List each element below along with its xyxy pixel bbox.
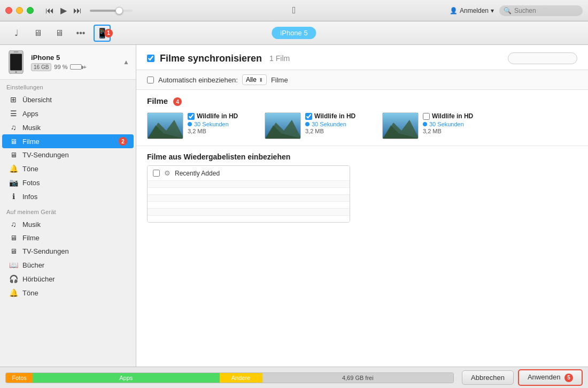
maximize-button[interactable] bbox=[27, 7, 34, 14]
movie-checkbox-1[interactable] bbox=[188, 113, 195, 120]
auf-meinem-section: Auf meinem Gerät ♫ Musik 🖥 Filme 🖥 TV-Se… bbox=[0, 204, 136, 301]
minimize-button[interactable] bbox=[16, 7, 23, 14]
gear-icon: ⚙ bbox=[164, 169, 171, 177]
play-button[interactable]: ▶ bbox=[59, 4, 68, 17]
playback-controls: ⏮ ▶ ⏭ bbox=[44, 4, 133, 17]
badge-1: 1 bbox=[104, 29, 113, 37]
playlist-item-empty-4 bbox=[148, 202, 350, 209]
movie-cb-3: Wildlife in HD bbox=[423, 112, 489, 120]
apple-logo:  bbox=[292, 5, 296, 16]
movie-thumbnail-inner-2 bbox=[265, 113, 300, 139]
movie-thumbnail-inner-1 bbox=[148, 113, 183, 139]
device-general-icon-btn[interactable]: 🖥 bbox=[51, 25, 68, 42]
toene-label: Töne bbox=[22, 165, 38, 173]
storage-free: 4,69 GB frei bbox=[262, 373, 454, 383]
content-search-box[interactable] bbox=[508, 52, 577, 64]
sidebar-item-tv-device[interactable]: 🖥 TV-Sendungen bbox=[2, 245, 134, 258]
apply-badge: 5 bbox=[564, 374, 573, 382]
volume-slider[interactable] bbox=[90, 10, 133, 12]
storage-fotos: Fotos bbox=[6, 373, 33, 383]
apply-label: Anwenden bbox=[528, 373, 560, 381]
account-button[interactable]: 👤 Anmelden ▾ bbox=[450, 7, 494, 14]
iphone-icon-btn[interactable]: 📱 1 bbox=[94, 25, 111, 42]
auto-select-value: Alle bbox=[246, 76, 257, 83]
hoerbuecher-device-label: Hörbücher bbox=[22, 275, 55, 283]
buecher-device-label: Bücher bbox=[22, 261, 44, 269]
fast-forward-button[interactable]: ⏭ bbox=[72, 5, 83, 17]
search-icon: 🔍 bbox=[504, 7, 512, 14]
rewind-button[interactable]: ⏮ bbox=[44, 5, 55, 17]
sidebar-item-tvsendungen[interactable]: 🖥 TV-Sendungen bbox=[2, 148, 134, 162]
sidebar-item-apps[interactable]: ☰ Apps bbox=[2, 106, 134, 120]
infos-icon: ℹ bbox=[9, 192, 18, 201]
movie-duration-2: 30 Sekunden bbox=[305, 121, 372, 127]
playlist-item-empty-2 bbox=[148, 188, 350, 195]
content-search-input[interactable] bbox=[513, 55, 572, 62]
movie-thumbnail-1 bbox=[147, 112, 183, 139]
search-input[interactable] bbox=[514, 7, 578, 14]
playlist-box: ⚙ Recently Added bbox=[147, 165, 350, 223]
tv-device-icon: 🖥 bbox=[9, 247, 18, 255]
apply-button[interactable]: Anwenden 5 bbox=[518, 369, 583, 386]
tv-device-label: TV-Sendungen bbox=[22, 247, 69, 255]
sync-checkbox[interactable] bbox=[147, 55, 154, 62]
sidebar-item-toene[interactable]: 🔔 Töne bbox=[2, 162, 134, 176]
playlist-section: Filme aus Wiedergabelisten einbeziehen ⚙… bbox=[136, 146, 588, 229]
sidebar-item-musik-device[interactable]: ♫ Musik bbox=[2, 217, 134, 231]
volume-thumb bbox=[115, 7, 123, 14]
battery-bar bbox=[70, 64, 82, 70]
sidebar-item-filme-device[interactable]: 🖥 Filme bbox=[2, 231, 134, 245]
sidebar-item-fotos[interactable]: 📷 Fotos bbox=[2, 176, 134, 189]
content-count: 1 Film bbox=[269, 54, 290, 63]
tv-icon-btn[interactable]: 🖥 bbox=[29, 25, 47, 42]
movie-checkbox-3[interactable] bbox=[423, 113, 430, 120]
movie-checkbox-2[interactable] bbox=[305, 113, 312, 120]
music-icon-btn[interactable]: ♩ bbox=[8, 25, 25, 42]
movie-item-3: Wildlife in HD 30 Sekunden 3,2 MB bbox=[382, 112, 489, 139]
filme-label: Filme bbox=[22, 138, 40, 146]
sidebar-item-toene-device[interactable]: 🔔 Töne bbox=[2, 286, 134, 300]
title-right-area: 👤 Anmelden ▾ 🔍 bbox=[450, 5, 583, 16]
storage-bar: Fotos Apps Andere 4,69 GB frei bbox=[5, 372, 454, 383]
apps-icon: ☰ bbox=[9, 109, 18, 118]
device-tab[interactable]: iPhone 5 bbox=[272, 27, 316, 39]
einstellungen-label: Einstellungen bbox=[0, 84, 136, 93]
auto-select-dropdown[interactable]: Alle ⬍ bbox=[242, 74, 267, 85]
movie-thumbnail-inner-3 bbox=[383, 113, 418, 139]
apps-label: Apps bbox=[22, 110, 38, 118]
close-button[interactable] bbox=[5, 7, 12, 14]
movies-section-title: Filme 4 bbox=[147, 96, 577, 106]
movie-name-2: Wildlife in HD bbox=[314, 112, 355, 120]
recently-added-checkbox[interactable] bbox=[153, 170, 160, 177]
fotos-label: Fotos bbox=[22, 179, 40, 187]
search-box[interactable]: 🔍 bbox=[499, 5, 583, 16]
movies-title-text: Filme bbox=[147, 96, 168, 105]
sidebar-item-uebersicht[interactable]: ⊞ Übersicht bbox=[2, 93, 134, 106]
sidebar-item-buecher-device[interactable]: 📖 Bücher bbox=[2, 258, 134, 272]
statusbar: Fotos Apps Andere 4,69 GB frei Abbrechen… bbox=[0, 367, 588, 388]
storage-apps: Apps bbox=[33, 373, 220, 383]
toene-device-label: Töne bbox=[22, 289, 38, 297]
expand-arrow-icon[interactable]: ▲ bbox=[123, 58, 129, 66]
uebersicht-icon: ⊞ bbox=[9, 95, 18, 104]
einstellungen-section: Einstellungen ⊞ Übersicht ☰ Apps ♫ Musik… bbox=[0, 80, 136, 204]
playlist-item-recently-added[interactable]: ⚙ Recently Added bbox=[148, 166, 350, 181]
more-icon-btn[interactable]: ••• bbox=[72, 25, 89, 42]
battery-indicator: + bbox=[70, 64, 86, 70]
sidebar-item-filme[interactable]: 🖥 Filme 2 bbox=[2, 134, 134, 148]
movies-step-badge: 4 bbox=[173, 97, 182, 106]
auto-include-checkbox[interactable] bbox=[147, 77, 154, 83]
sidebar-item-musik[interactable]: ♫ Musik bbox=[2, 120, 134, 134]
filme-device-icon: 🖥 bbox=[9, 234, 18, 242]
movie-name-3: Wildlife in HD bbox=[432, 112, 473, 120]
device-icon bbox=[6, 50, 26, 74]
device-header: iPhone 5 16 GB 99 % + ▲ bbox=[0, 45, 136, 80]
content-title: Filme synchronisieren bbox=[160, 53, 262, 64]
sidebar-item-hoerbuecher-device[interactable]: 🎧 Hörbücher bbox=[2, 272, 134, 286]
cancel-button[interactable]: Abbrechen bbox=[462, 370, 514, 385]
sidebar-item-infos[interactable]: ℹ Infos bbox=[2, 189, 134, 203]
musik-device-label: Musik bbox=[22, 220, 41, 229]
account-icon: 👤 bbox=[450, 7, 458, 14]
movies-section: Filme 4 bbox=[136, 90, 588, 146]
movie-details-3: Wildlife in HD 30 Sekunden 3,2 MB bbox=[423, 112, 489, 134]
